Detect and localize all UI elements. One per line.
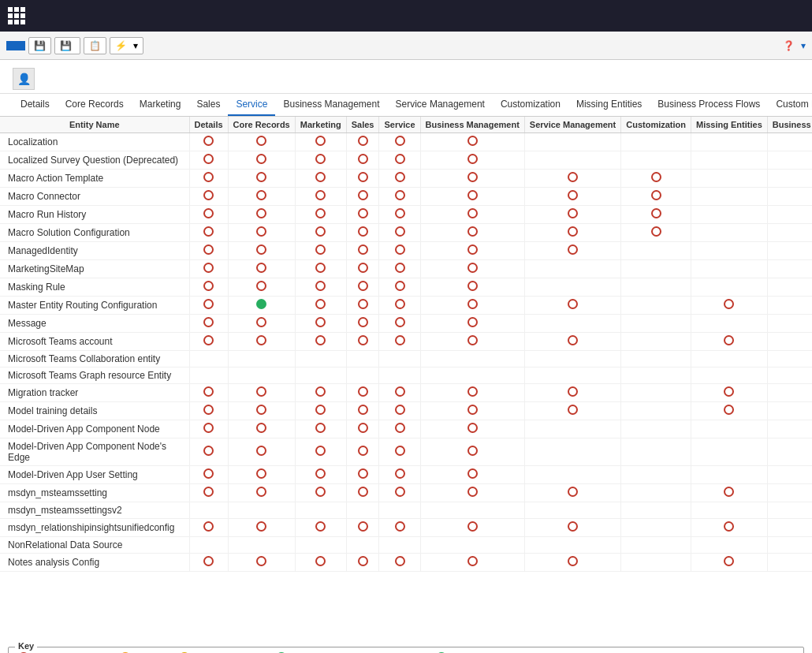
permission-cell[interactable] — [189, 351, 228, 368]
permission-cell[interactable] — [228, 151, 295, 170]
permission-cell[interactable] — [295, 242, 346, 260]
permission-cell[interactable] — [379, 242, 420, 260]
permission-cell[interactable] — [228, 420, 295, 438]
permission-cell[interactable] — [228, 484, 295, 502]
permission-cell[interactable] — [691, 402, 768, 420]
permission-cell[interactable] — [767, 188, 812, 206]
permission-cell[interactable] — [691, 315, 768, 333]
permission-cell[interactable] — [295, 402, 346, 420]
permission-cell[interactable] — [420, 297, 524, 315]
permission-cell[interactable] — [420, 402, 524, 420]
permission-cell[interactable] — [379, 315, 420, 333]
permission-cell[interactable] — [524, 537, 620, 554]
permission-cell[interactable] — [420, 206, 524, 224]
save-icon-button[interactable]: 💾 — [28, 37, 51, 54]
permission-cell[interactable] — [420, 151, 524, 170]
permission-cell[interactable] — [346, 206, 379, 224]
permission-cell[interactable] — [621, 278, 691, 297]
permission-cell[interactable] — [524, 278, 620, 297]
permission-cell[interactable] — [621, 554, 691, 572]
actions-button[interactable]: ⚡ ▾ — [110, 37, 143, 54]
permission-cell[interactable] — [295, 260, 346, 278]
permission-cell[interactable] — [295, 502, 346, 519]
permission-cell[interactable] — [189, 537, 228, 554]
permission-cell[interactable] — [189, 151, 228, 170]
permission-cell[interactable] — [295, 438, 346, 466]
permission-cell[interactable] — [379, 537, 420, 554]
tab-customization[interactable]: Customization — [493, 94, 568, 116]
permission-cell[interactable] — [379, 484, 420, 502]
permission-cell[interactable] — [295, 384, 346, 402]
permission-cell[interactable] — [420, 133, 524, 151]
permission-cell[interactable] — [228, 537, 295, 554]
permission-cell[interactable] — [228, 519, 295, 537]
permission-cell[interactable] — [228, 351, 295, 368]
permission-cell[interactable] — [295, 224, 346, 242]
permission-cell[interactable] — [524, 368, 620, 384]
permission-cell[interactable] — [420, 484, 524, 502]
permission-cell[interactable] — [228, 502, 295, 519]
permission-cell[interactable] — [379, 206, 420, 224]
permission-cell[interactable] — [621, 466, 691, 484]
permission-cell[interactable] — [524, 519, 620, 537]
permission-cell[interactable] — [524, 297, 620, 315]
permission-cell[interactable] — [189, 420, 228, 438]
permission-cell[interactable] — [420, 554, 524, 572]
permission-cell[interactable] — [621, 206, 691, 224]
permission-cell[interactable] — [767, 151, 812, 170]
permission-cell[interactable] — [524, 133, 620, 151]
permission-cell[interactable] — [767, 384, 812, 402]
permission-cell[interactable] — [767, 519, 812, 537]
permission-cell[interactable] — [621, 368, 691, 384]
permission-cell[interactable] — [346, 351, 379, 368]
permission-cell[interactable] — [621, 333, 691, 351]
permission-cell[interactable] — [691, 151, 768, 170]
permission-cell[interactable] — [346, 484, 379, 502]
permission-cell[interactable] — [295, 151, 346, 170]
permission-cell[interactable] — [379, 188, 420, 206]
permission-cell[interactable] — [420, 519, 524, 537]
permission-cell[interactable] — [524, 420, 620, 438]
permission-cell[interactable] — [295, 519, 346, 537]
permission-cell[interactable] — [295, 133, 346, 151]
permission-cell[interactable] — [346, 260, 379, 278]
permission-cell[interactable] — [621, 351, 691, 368]
permission-cell[interactable] — [524, 502, 620, 519]
permission-cell[interactable] — [379, 368, 420, 384]
permission-cell[interactable] — [346, 315, 379, 333]
permission-cell[interactable] — [691, 133, 768, 151]
tab-core-records[interactable]: Core Records — [58, 94, 132, 116]
permission-cell[interactable] — [379, 133, 420, 151]
permission-cell[interactable] — [621, 402, 691, 420]
permission-cell[interactable] — [767, 278, 812, 297]
permission-cell[interactable] — [379, 519, 420, 537]
permission-cell[interactable] — [767, 537, 812, 554]
permission-cell[interactable] — [228, 333, 295, 351]
permission-cell[interactable] — [767, 170, 812, 188]
permission-cell[interactable] — [524, 206, 620, 224]
permission-cell[interactable] — [420, 537, 524, 554]
permission-cell[interactable] — [228, 133, 295, 151]
permission-cell[interactable] — [346, 170, 379, 188]
permission-cell[interactable] — [691, 224, 768, 242]
permission-cell[interactable] — [420, 368, 524, 384]
permission-cell[interactable] — [346, 278, 379, 297]
permission-cell[interactable] — [189, 242, 228, 260]
permission-cell[interactable] — [379, 502, 420, 519]
permission-cell[interactable] — [524, 351, 620, 368]
permission-cell[interactable] — [379, 351, 420, 368]
permission-cell[interactable] — [189, 188, 228, 206]
tab-business-management[interactable]: Business Management — [275, 94, 387, 116]
permission-cell[interactable] — [295, 484, 346, 502]
help-button[interactable]: ❓ ▾ — [783, 40, 806, 51]
permission-cell[interactable] — [691, 384, 768, 402]
permission-cell[interactable] — [295, 333, 346, 351]
permission-cell[interactable] — [691, 188, 768, 206]
permission-cell[interactable] — [228, 242, 295, 260]
permission-cell[interactable] — [228, 260, 295, 278]
permission-cell[interactable] — [767, 466, 812, 484]
permission-cell[interactable] — [346, 224, 379, 242]
permission-cell[interactable] — [379, 554, 420, 572]
permission-cell[interactable] — [420, 466, 524, 484]
permission-cell[interactable] — [767, 502, 812, 519]
